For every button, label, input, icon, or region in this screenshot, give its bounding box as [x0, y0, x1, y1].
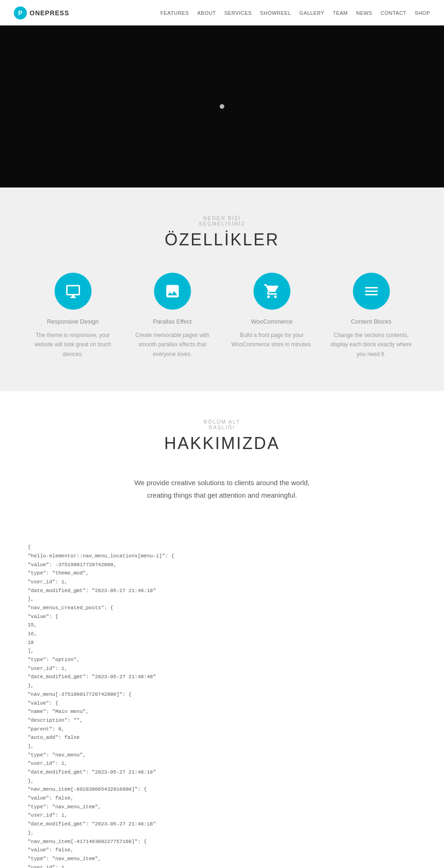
about-section: BÖLÜM ALT BAŞLIĞI HAKKIMIZDA We provide … — [0, 391, 444, 543]
hero-section — [0, 25, 444, 187]
feature-title: Responsive Design — [28, 318, 118, 325]
feature-item-content-blocks: Content Blocks Change the sections conte… — [326, 273, 416, 359]
nav-item-about[interactable]: ABOUT — [197, 10, 216, 16]
cart-icon — [253, 273, 290, 310]
monitor-icon — [55, 273, 92, 310]
feature-item-woocommerce: WooCommerce Build a front page for your … — [227, 273, 317, 359]
feature-title: Parallax Effect — [127, 318, 217, 325]
nav-item-news[interactable]: NEWS — [356, 10, 372, 16]
logo-letter: P — [18, 9, 22, 17]
site-header: P ONEPRESS FEATURESABOUTSERVICESSHOWREEL… — [0, 0, 444, 25]
features-subtitle: NEDEN BİZİ SEÇMELİSİNİZ — [28, 215, 416, 226]
nav-item-showreel[interactable]: SHOWREEL — [260, 10, 291, 16]
json-content: { "hello-elementor::nav_menu_locations[m… — [28, 543, 416, 868]
nav-item-contact[interactable]: CONTACT — [381, 10, 407, 16]
feature-desc: Build a front page for your WooCommerce … — [227, 331, 317, 350]
logo-text: ONEPRESS — [30, 9, 69, 17]
nav-item-team[interactable]: TEAM — [333, 10, 348, 16]
nav-item-shop[interactable]: SHOP — [415, 10, 430, 16]
features-section: NEDEN BİZİ SEÇMELİSİNİZ ÖZELLİKLER Respo… — [0, 187, 444, 391]
menu-icon — [353, 273, 390, 310]
logo[interactable]: P ONEPRESS — [14, 6, 69, 19]
nav-item-services[interactable]: SERVICES — [224, 10, 252, 16]
nav-item-features[interactable]: FEATURES — [160, 10, 189, 16]
feature-item-responsive-design: Responsive Design The theme is responsiv… — [28, 273, 118, 359]
json-code-block: { "hello-elementor::nav_menu_locations[m… — [0, 543, 444, 868]
feature-title: WooCommerce — [227, 318, 317, 325]
feature-desc: The theme is responsive, your website wi… — [28, 331, 118, 359]
features-grid: Responsive Design The theme is responsiv… — [28, 273, 416, 359]
nav-item-gallery[interactable]: GALLERY — [299, 10, 324, 16]
hero-indicator — [220, 104, 224, 109]
feature-desc: Change the sections contents, display ea… — [326, 331, 416, 359]
feature-item-parallax-effect: Parallax Effect Create memorable pages w… — [127, 273, 217, 359]
main-nav: FEATURESABOUTSERVICESSHOWREELGALLERYTEAM… — [160, 10, 430, 16]
features-title: ÖZELLİKLER — [28, 230, 416, 250]
image-icon — [154, 273, 191, 310]
feature-desc: Create memorable pages with smooth paral… — [127, 331, 217, 359]
about-description: We provide creative solutions to clients… — [106, 476, 338, 501]
feature-title: Content Blocks — [326, 318, 416, 325]
about-title: HAKKIMIZDA — [28, 434, 416, 453]
about-subtitle: BÖLÜM ALT BAŞLIĞI — [28, 419, 416, 430]
logo-icon: P — [14, 6, 27, 19]
